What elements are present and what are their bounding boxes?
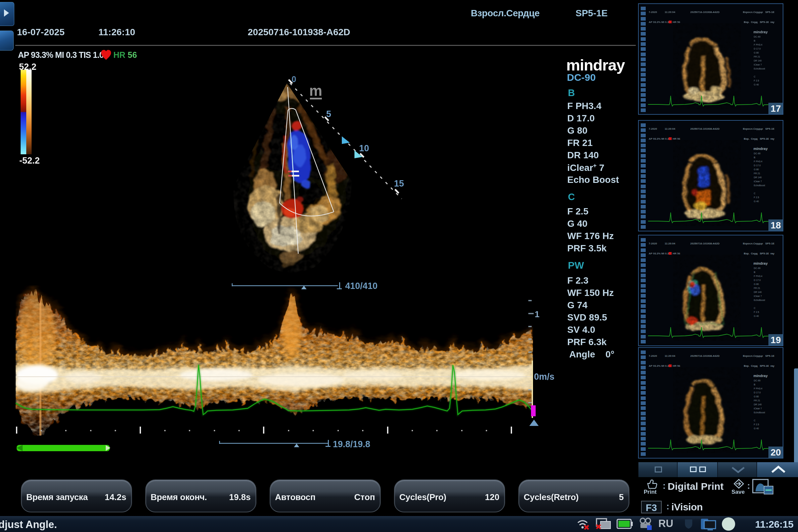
svg-text:Взросл.Сердце SP5-1E: Взросл.Сердце SP5-1E <box>743 355 774 358</box>
svg-text:mindray: mindray <box>754 374 768 378</box>
svg-text:18: 18 <box>771 220 781 230</box>
svg-text:C: C <box>754 192 756 194</box>
svg-text:HR 56: HR 56 <box>673 137 680 140</box>
svg-text:Взр. Серд SP5-1E ray: Взр. Серд SP5-1E ray <box>744 252 775 255</box>
svg-text:D 17.0: D 17.0 <box>754 48 761 50</box>
svg-text:DC-90: DC-90 <box>754 267 760 269</box>
svg-text:F 2.5: F 2.5 <box>754 423 759 425</box>
svg-text:10: 10 <box>359 143 369 153</box>
svg-text:20: 20 <box>771 447 781 457</box>
svg-text:F 2.5: F 2.5 <box>754 79 759 82</box>
svg-text:iClear 7: iClear 7 <box>754 180 762 183</box>
svg-text:HR 56: HR 56 <box>673 21 680 24</box>
svg-text:mindray: mindray <box>754 261 768 265</box>
svg-text:5: 5 <box>326 109 331 119</box>
svg-text:iClear 7: iClear 7 <box>754 407 762 410</box>
svg-text:AP 93.3% MI 0.3: AP 93.3% MI 0.3 <box>649 21 669 24</box>
svg-text:D 17.0: D 17.0 <box>754 164 761 167</box>
svg-text:Взросл.Сердце SP5-1E: Взросл.Сердце SP5-1E <box>743 127 774 130</box>
svg-text:410/410: 410/410 <box>345 281 378 291</box>
svg-text:Взр. Серд SP5-1E ray: Взр. Серд SP5-1E ray <box>744 364 775 367</box>
svg-text:7-2020: 7-2020 <box>649 242 657 245</box>
svg-text:m: m <box>309 82 322 99</box>
svg-text:11:20:04: 11:20:04 <box>665 355 675 358</box>
svg-text:FR 21: FR 21 <box>754 287 760 289</box>
svg-text:RU: RU <box>658 518 673 529</box>
svg-text:B: B <box>754 383 756 386</box>
svg-text:F PH3.4: F PH3.4 <box>754 275 762 277</box>
svg-text:D 17.0: D 17.0 <box>754 279 761 281</box>
svg-text:11:20:04: 11:20:04 <box>665 11 675 14</box>
svg-text:7-2020: 7-2020 <box>649 127 657 130</box>
svg-text:F 2.5: F 2.5 <box>754 196 759 198</box>
svg-text:FR 21: FR 21 <box>754 56 760 58</box>
svg-text:DR 140: DR 140 <box>754 59 762 62</box>
svg-text:DC-90: DC-90 <box>754 36 760 38</box>
svg-text:G 40: G 40 <box>754 427 759 430</box>
svg-text:EchoBoost: EchoBoost <box>754 299 765 301</box>
svg-text:B: B <box>754 271 756 273</box>
svg-text:iClear 7: iClear 7 <box>754 63 762 66</box>
svg-text:G 40: G 40 <box>754 200 759 203</box>
svg-text:11:20:04: 11:20:04 <box>665 127 675 130</box>
svg-text:B: B <box>754 156 756 158</box>
svg-text:EchoBoost: EchoBoost <box>754 184 765 187</box>
svg-text:20250716-101938-A62D: 20250716-101938-A62D <box>690 127 720 130</box>
svg-text:Взр. Серд SP5-1E ray: Взр. Серд SP5-1E ray <box>744 137 775 140</box>
svg-text:HR 56: HR 56 <box>673 252 680 255</box>
svg-text:iClear 7: iClear 7 <box>754 295 762 297</box>
svg-text:EchoBoost: EchoBoost <box>754 68 765 70</box>
svg-text:DC-90: DC-90 <box>754 379 760 382</box>
svg-text:F PH3.4: F PH3.4 <box>754 387 762 390</box>
svg-text:HR 56: HR 56 <box>673 364 680 367</box>
svg-text:7-2020: 7-2020 <box>649 11 657 14</box>
svg-text:Взросл.Сердце SP5-1E: Взросл.Сердце SP5-1E <box>743 242 774 245</box>
svg-text:19: 19 <box>771 335 781 345</box>
svg-text:G 40: G 40 <box>754 83 759 86</box>
svg-text:F 2.5: F 2.5 <box>754 311 759 313</box>
svg-text:B: B <box>754 40 756 42</box>
svg-text:G 80: G 80 <box>754 168 759 171</box>
svg-text:Взросл.Сердце SP5-1E: Взросл.Сердце SP5-1E <box>743 11 774 14</box>
svg-text:G 80: G 80 <box>754 395 759 398</box>
svg-text:7-2020: 7-2020 <box>649 355 657 358</box>
svg-text:mindray: mindray <box>754 30 768 34</box>
svg-text:20250716-101938-A62D: 20250716-101938-A62D <box>690 355 720 358</box>
svg-text:mindray: mindray <box>754 147 768 151</box>
svg-text:0: 0 <box>291 75 296 84</box>
svg-text:DR 140: DR 140 <box>754 176 762 178</box>
svg-text:G 80: G 80 <box>754 283 759 285</box>
svg-text:11:20:04: 11:20:04 <box>665 242 675 245</box>
svg-text:FR 21: FR 21 <box>754 172 760 174</box>
svg-text:DR 140: DR 140 <box>754 291 762 293</box>
svg-text:C: C <box>754 419 756 422</box>
svg-text:DC-90: DC-90 <box>754 152 760 155</box>
svg-text:DR 140: DR 140 <box>754 403 762 406</box>
svg-text:0m/s: 0m/s <box>534 372 555 382</box>
svg-text:C: C <box>754 75 756 78</box>
svg-text:17: 17 <box>771 103 781 114</box>
svg-text:G 80: G 80 <box>754 52 759 54</box>
svg-text:1: 1 <box>535 309 539 319</box>
svg-text:19.8/19.8: 19.8/19.8 <box>333 439 370 449</box>
svg-text:15: 15 <box>394 178 404 189</box>
svg-text:Взр. Серд SP5-1E ray: Взр. Серд SP5-1E ray <box>744 21 775 24</box>
svg-text:AP 93.3% MI 0.3: AP 93.3% MI 0.3 <box>649 137 669 140</box>
svg-text:20250716-101938-A62D: 20250716-101938-A62D <box>690 242 720 245</box>
svg-text:D 17.0: D 17.0 <box>754 391 761 394</box>
svg-text:F PH3.4: F PH3.4 <box>754 160 762 163</box>
svg-text:AP 93.3% MI 0.3: AP 93.3% MI 0.3 <box>649 252 669 255</box>
svg-text:G 40: G 40 <box>754 315 759 317</box>
svg-text:AP 93.3% MI 0.3: AP 93.3% MI 0.3 <box>649 364 669 367</box>
svg-text:C: C <box>754 307 756 309</box>
svg-text:20250716-101938-A62D: 20250716-101938-A62D <box>690 11 720 14</box>
svg-text:F PH3.4: F PH3.4 <box>754 43 762 46</box>
svg-text:EchoBoost: EchoBoost <box>754 411 765 414</box>
svg-text:FR 21: FR 21 <box>754 399 760 402</box>
